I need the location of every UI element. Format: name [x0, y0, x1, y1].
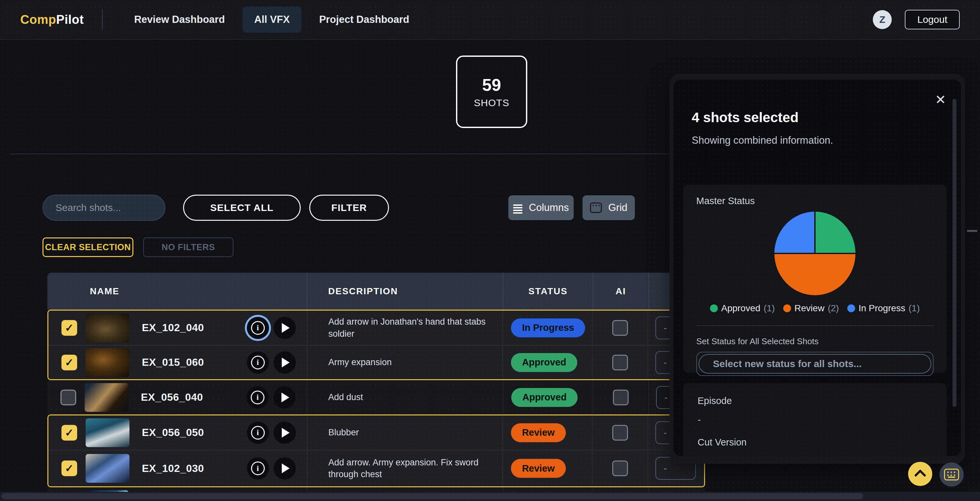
status-badge[interactable]: Approved: [511, 388, 578, 407]
brand-comp: Comp: [20, 13, 56, 27]
pie-legend: Approved (1) Review (2) In Progress (1): [696, 303, 934, 314]
status-badge[interactable]: Approved: [511, 353, 577, 372]
play-button[interactable]: [274, 351, 296, 374]
legend-dot-approved: [710, 304, 718, 312]
horizontal-scrollbar-thumb[interactable]: [2, 493, 863, 499]
grid-icon: [590, 203, 602, 213]
nav-review-dashboard[interactable]: Review Dashboard: [122, 6, 236, 33]
info-button[interactable]: i: [247, 317, 269, 339]
table-row[interactable]: ✓ EX_015_060 i Army expansion Approved -: [48, 345, 704, 379]
no-filters-button[interactable]: NO FILTERS: [143, 238, 233, 257]
ai-checkbox[interactable]: [613, 390, 628, 405]
grid-button[interactable]: Grid: [582, 195, 635, 220]
play-icon: [282, 393, 289, 403]
master-status-title: Master Status: [696, 196, 934, 206]
filter-button[interactable]: FILTER: [309, 195, 389, 221]
status-select-outline: Select new status for all shots...: [696, 352, 934, 376]
nav-divider: [102, 9, 103, 30]
panel-subtitle: Showing combined information.: [692, 135, 833, 146]
info-button[interactable]: i: [247, 457, 269, 479]
legend-dot-review: [783, 304, 791, 312]
row-actions: i: [247, 351, 296, 374]
table-row[interactable]: EX_056_040 i Add dust In Progress -: [48, 487, 705, 492]
panel-scrollbar-thumb[interactable]: [953, 98, 956, 407]
shot-name: EX_015_060: [142, 356, 204, 368]
table-row[interactable]: ✓ EX_102_040 i Add arrow in Jonathan's h…: [48, 311, 704, 345]
shot-description: Add arrow. Army expansion. Fix sword thr…: [329, 457, 489, 480]
status-select[interactable]: Select new status for all shots...: [698, 354, 931, 374]
shot-name: EX_102_040: [142, 322, 204, 334]
shot-thumbnail[interactable]: [86, 454, 129, 483]
legend-dot-in-progress: [847, 304, 855, 312]
row-checkbox-checked[interactable]: ✓: [62, 460, 77, 476]
columns-label: Columns: [529, 202, 569, 214]
legend-item-review: Review (2): [783, 303, 839, 314]
clear-selection-button[interactable]: CLEAR SELECTION: [43, 238, 134, 257]
ai-checkbox[interactable]: [612, 355, 628, 370]
card-divider: [696, 325, 934, 326]
nav-all-vfx[interactable]: All VFX: [243, 6, 302, 33]
play-button[interactable]: [274, 317, 296, 339]
info-button[interactable]: i: [247, 422, 269, 444]
chevron-up-icon: [914, 469, 926, 481]
shot-count-value: 59: [482, 75, 501, 95]
checkmark-icon: ✓: [65, 322, 74, 334]
info-button[interactable]: i: [247, 386, 269, 409]
columns-list-icon: [513, 207, 522, 208]
header-ai[interactable]: AI: [593, 273, 649, 310]
legend-count: (1): [909, 303, 920, 314]
header-status[interactable]: STATUS: [503, 273, 593, 310]
keyboard-shortcuts-button[interactable]: [939, 463, 964, 487]
table-row[interactable]: ✓ EX_056_050 i Blubber Review -: [48, 415, 704, 450]
avatar[interactable]: Z: [873, 10, 892, 29]
header-description[interactable]: DESCRIPTION: [307, 273, 503, 310]
status-badge[interactable]: In Progress: [511, 319, 585, 338]
header-name[interactable]: NAME: [48, 273, 307, 310]
status-badge[interactable]: Review: [511, 459, 566, 478]
info-icon: i: [251, 356, 265, 369]
legend-item-approved: Approved (1): [710, 303, 775, 314]
legend-count: (1): [764, 303, 775, 314]
shot-thumbnail[interactable]: [86, 348, 129, 377]
table-row[interactable]: ✓ EX_102_030 i Add arrow. Army expansion…: [48, 450, 704, 486]
checkmark-icon: ✓: [65, 356, 74, 369]
nav-project-dashboard[interactable]: Project Dashboard: [307, 6, 421, 33]
info-icon: i: [251, 321, 265, 335]
vertical-scrollbar-thumb[interactable]: [967, 230, 977, 232]
horizontal-scrollbar-track[interactable]: [0, 492, 980, 501]
selected-row-group: ✓ EX_056_050 i Blubber Review - ✓ EX: [48, 414, 705, 487]
keyboard-icon: [944, 469, 959, 480]
status-pie-chart: [775, 212, 856, 295]
table-row[interactable]: EX_056_040 i Add dust Approved -: [48, 380, 705, 414]
shot-description: Blubber: [329, 426, 359, 438]
row-checkbox-checked[interactable]: ✓: [62, 355, 77, 370]
ai-checkbox[interactable]: [612, 460, 628, 476]
row-actions: i: [247, 457, 296, 479]
ai-checkbox[interactable]: [612, 320, 628, 336]
info-button[interactable]: i: [247, 351, 269, 374]
ai-checkbox[interactable]: [612, 425, 628, 441]
logout-button[interactable]: Logout: [905, 10, 960, 29]
legend-item-in-progress: In Progress (1): [847, 303, 920, 314]
select-all-button[interactable]: SELECT ALL: [183, 195, 301, 221]
status-badge[interactable]: Review: [511, 423, 566, 442]
shot-thumbnail[interactable]: [85, 383, 129, 412]
play-button[interactable]: [273, 386, 296, 409]
row-checkbox-unchecked[interactable]: [60, 390, 76, 405]
columns-button[interactable]: Columns: [508, 195, 574, 220]
play-button[interactable]: [274, 457, 296, 479]
shot-thumbnail[interactable]: [86, 314, 129, 342]
play-button[interactable]: [274, 422, 296, 444]
brand-logo[interactable]: CompPilot: [20, 13, 84, 27]
row-actions: i: [247, 386, 296, 409]
close-icon[interactable]: ✕: [935, 92, 946, 107]
search-input[interactable]: [43, 195, 165, 221]
shot-description: Add arrow in Jonathan's hand that stabs …: [329, 316, 489, 340]
panel-title: 4 shots selected: [692, 110, 799, 125]
top-bar: CompPilot Review Dashboard All VFX Proje…: [0, 0, 980, 40]
shot-thumbnail[interactable]: [86, 419, 129, 447]
cut-version-label: Cut Version: [698, 437, 932, 448]
row-checkbox-checked[interactable]: ✓: [62, 425, 77, 441]
scroll-to-top-button[interactable]: [908, 462, 932, 486]
row-checkbox-checked[interactable]: ✓: [62, 320, 77, 336]
